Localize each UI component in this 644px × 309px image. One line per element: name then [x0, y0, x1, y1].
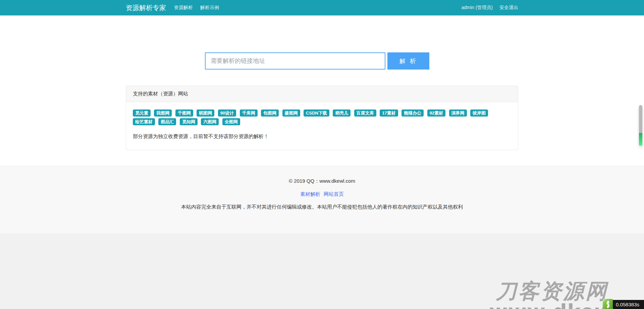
perf-time: 0.058383s	[613, 300, 644, 309]
navbar-left: 资源解析专家 资源解析 解析示例	[126, 3, 226, 12]
site-badge: 绘艺素材	[133, 118, 155, 125]
site-badge: 千图网	[175, 109, 193, 117]
site-badge: 90设计	[218, 109, 236, 117]
site-badge: CSDN下载	[304, 109, 329, 117]
scrollbar-thumb[interactable]	[639, 105, 642, 146]
site-badge: 图品汇	[158, 118, 176, 125]
footer: © 2019 QQ：www.dkewl.com 素材解析 网站首页 本站内容完全…	[0, 166, 644, 233]
site-badge: 全图网	[222, 118, 240, 125]
site-badge: 百度文库	[354, 109, 376, 117]
site-badge: 我图网	[154, 109, 172, 117]
site-badge: 摄图网	[282, 109, 300, 117]
scrollbar-progress	[639, 133, 642, 146]
user-menu[interactable]: admin (管理员)	[462, 5, 493, 11]
panel-body: 觅元素 我图网 千图网 昵图网 90设计 千库网 包图网 摄图网 CSDN下载 …	[126, 102, 518, 150]
disclaimer-text: 本站内容完全来自于互联网，并不对其进行任何编辑或修改。本站用户不能侵犯包括他人的…	[0, 204, 644, 210]
site-badge: 觅元素	[133, 109, 151, 117]
site-badge: 彼岸图	[470, 109, 488, 117]
logout-link[interactable]: 安全退出	[499, 5, 518, 11]
site-badge: 熊猫办公	[401, 109, 424, 117]
site-badge: 17素材	[380, 109, 398, 117]
site-badge: 觅知网	[180, 118, 198, 125]
site-badge: 演界网	[449, 109, 467, 117]
copyright-text: © 2019 QQ：www.dkewl.com	[0, 178, 644, 184]
panel-note: 部分资源为独立收费资源，目前暂不支持该部分资源的解析！	[133, 133, 511, 140]
leaf-logo-icon[interactable]	[603, 299, 613, 309]
nav-link[interactable]: 资源解析	[174, 5, 193, 11]
site-badge: 六图网	[201, 118, 219, 125]
footer-link[interactable]: 网站首页	[324, 191, 344, 197]
site-badges: 觅元素 我图网 千图网 昵图网 90设计 千库网 包图网 摄图网 CSDN下载 …	[133, 109, 511, 127]
navbar-right: admin (管理员) 安全退出	[455, 5, 518, 11]
site-badge: 昵图网	[197, 109, 214, 117]
nav-links: 资源解析 解析示例	[174, 5, 226, 11]
panel-title: 支持的素材（资源）网站	[126, 86, 518, 102]
brand-link[interactable]: 资源解析专家	[126, 3, 166, 12]
site-badge: 千库网	[240, 109, 258, 117]
navbar: 资源解析专家 资源解析 解析示例 admin (管理员) 安全退出	[0, 0, 644, 15]
perf-widget: 0.058383s	[603, 299, 644, 309]
footer-link[interactable]: 素材解析	[300, 191, 320, 197]
search-row: 解 析	[0, 52, 644, 70]
parse-button[interactable]: 解 析	[387, 52, 429, 70]
bottom-area: 刀客资源网 www.dkewl.com	[0, 233, 644, 309]
site-badge: 稻壳儿	[333, 109, 351, 117]
url-input[interactable]	[205, 52, 385, 70]
nav-link[interactable]: 解析示例	[200, 5, 219, 11]
site-badge: 92素材	[427, 109, 445, 117]
supported-sites-panel: 支持的素材（资源）网站 觅元素 我图网 千图网 昵图网 90设计 千库网 包图网…	[126, 86, 518, 150]
footer-links: 素材解析 网站首页	[0, 191, 644, 197]
site-badge: 包图网	[261, 109, 279, 117]
